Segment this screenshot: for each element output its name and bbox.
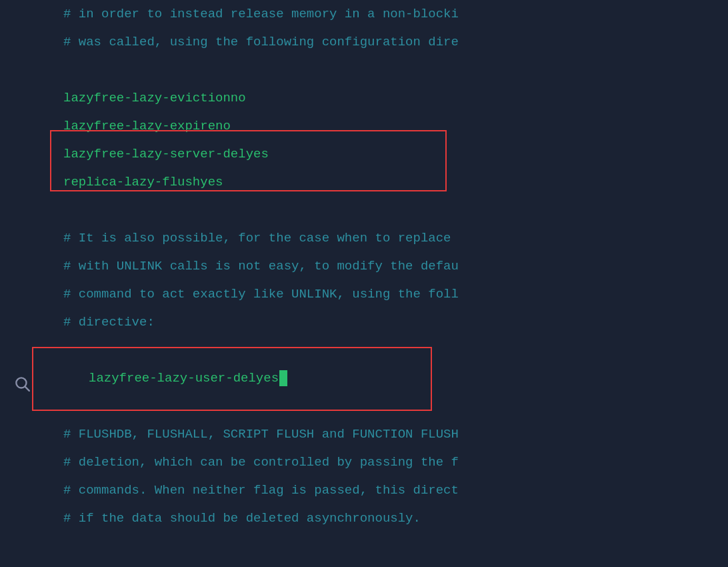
empty-line-4 — [63, 392, 728, 420]
code-line-14: lazyfree-lazy-user-del yes — [63, 364, 728, 392]
search-icon — [13, 375, 31, 392]
empty-line-1 — [63, 56, 728, 84]
empty-line-2 — [63, 196, 728, 224]
code-line-2: # was called, using the following config… — [63, 28, 728, 56]
code-line-5: lazyfree-lazy-expire no — [63, 112, 728, 140]
code-line-4: lazyfree-lazy-eviction no — [63, 84, 728, 112]
code-line-10: # with UNLINK calls is not easy, to modi… — [63, 252, 728, 280]
config-key: lazyfree-lazy-expire — [63, 112, 215, 140]
config-key: replica-lazy-flush — [63, 168, 200, 196]
code-line-9: # It is also possible, for the case when… — [63, 224, 728, 252]
config-val-yes: yes — [256, 364, 279, 392]
config-val: no — [215, 112, 231, 140]
comment-text: # with UNLINK calls is not easy, to modi… — [63, 252, 459, 280]
code-line-6: lazyfree-lazy-server-del yes — [63, 140, 728, 168]
comment-text: # in order to instead release memory in … — [63, 0, 459, 28]
comment-text: # It is also possible, for the case when… — [63, 224, 451, 252]
code-line-18: # commands. When neither flag is passed,… — [63, 476, 728, 504]
config-key: lazyfree-lazy-eviction — [63, 84, 231, 112]
config-val: yes — [200, 168, 223, 196]
code-line-16: # FLUSHDB, FLUSHALL, SCRIPT FLUSH and FU… — [63, 420, 728, 448]
code-line-7: replica-lazy-flush yes — [63, 168, 728, 196]
config-key: lazyfree-lazy-server-del — [63, 140, 246, 168]
config-val: no — [231, 84, 246, 112]
code-line-12: # directive: — [63, 308, 728, 336]
code-line-11: # command to act exactly like UNLINK, us… — [63, 280, 728, 308]
code-line-17: # deletion, which can be controlled by p… — [63, 448, 728, 476]
config-key-user-del: lazyfree-lazy-user-del — [89, 364, 256, 392]
svg-line-1 — [25, 387, 29, 391]
code-line-1: # in order to instead release memory in … — [63, 0, 728, 28]
comment-text: # deletion, which can be controlled by p… — [63, 448, 459, 476]
comment-text: # FLUSHDB, FLUSHALL, SCRIPT FLUSH and FU… — [63, 420, 459, 448]
code-area: # in order to instead release memory in … — [50, 0, 728, 567]
config-val: yes — [246, 140, 269, 168]
comment-text: # if the data should be deleted asynchro… — [63, 504, 421, 532]
search-icon-container[interactable] — [10, 372, 34, 396]
comment-text: # directive: — [63, 308, 155, 336]
text-cursor — [279, 370, 287, 386]
comment-text: # commands. When neither flag is passed,… — [63, 476, 459, 504]
editor-container: # in order to instead release memory in … — [0, 0, 728, 567]
code-line-19: # if the data should be deleted asynchro… — [63, 504, 728, 532]
comment-text: # was called, using the following config… — [63, 28, 459, 56]
comment-text: # command to act exactly like UNLINK, us… — [63, 280, 459, 308]
empty-line-3 — [63, 336, 728, 364]
